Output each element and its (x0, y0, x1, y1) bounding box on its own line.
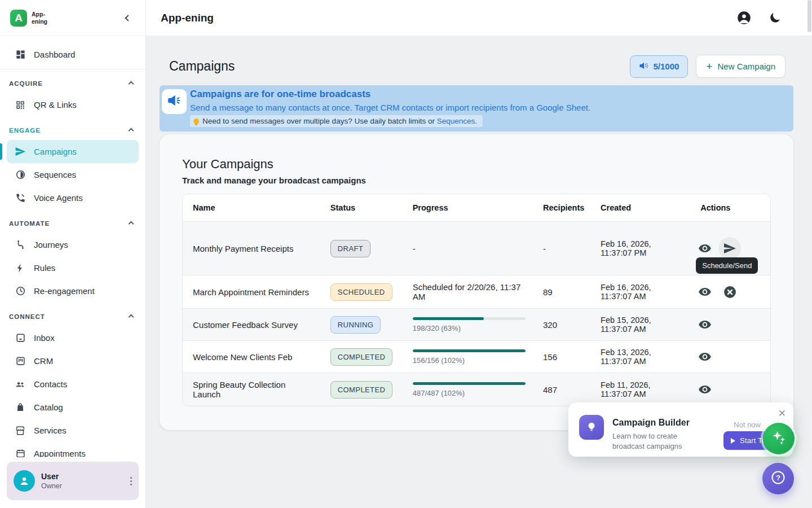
user-meta: User Owner (41, 472, 62, 490)
campaign-name: Customer Feedback Survey (183, 309, 320, 341)
sequences-link[interactable]: Sequences (437, 117, 475, 125)
sidebar-item-inbox[interactable]: Inbox (7, 326, 139, 349)
send-icon (15, 146, 26, 157)
sidebar-item-dashboard[interactable]: Dashboard (7, 43, 139, 66)
sidebar-item-sequences[interactable]: Sequences (7, 163, 139, 186)
column-header-progress: Progress (403, 194, 533, 222)
account-icon[interactable] (736, 10, 752, 25)
route-icon (15, 239, 26, 251)
campaign-recipients: - (533, 222, 590, 275)
sidebar-item-qr-links[interactable]: QR & Links (7, 93, 139, 116)
dark-mode-moon-icon[interactable] (769, 11, 782, 24)
play-icon (731, 438, 735, 444)
page-header-actions: 5/1000 + New Campaign (630, 55, 785, 78)
page-title: Campaigns (169, 59, 235, 74)
sidebar-item-campaigns[interactable]: Campaigns (7, 140, 139, 163)
scrollbar-thumb[interactable] (807, 0, 811, 32)
card-subtitle: Track and manage your broadcast campaign… (182, 176, 771, 185)
view-button[interactable] (697, 240, 713, 256)
close-icon[interactable]: ✕ (778, 408, 786, 419)
campaign-created: Feb 16, 2026, 11:37:07 PM (590, 222, 690, 275)
phone-icon (15, 192, 26, 204)
brand-name-bottom: ening (32, 18, 47, 25)
sidebar-section-engage[interactable]: ENGAGE (7, 121, 139, 140)
cancel-button[interactable] (722, 284, 738, 300)
user-avatar (14, 470, 35, 492)
sidebar-item-contacts[interactable]: Contacts (7, 373, 139, 396)
user-menu-button[interactable] (130, 475, 132, 487)
view-button[interactable] (697, 349, 713, 365)
column-header-name: Name (183, 194, 320, 222)
progress-bar (413, 317, 526, 320)
campaign-recipients: 156 (533, 341, 590, 373)
banner-tip: Need to send messages over multiple days… (190, 115, 483, 127)
sidebar-item-label: Journeys (34, 240, 68, 249)
progress-text: 487/487 (102%) (413, 389, 523, 397)
scrollbar[interactable] (807, 0, 812, 508)
sidebar-item-label: Catalog (34, 402, 63, 412)
sidebar-item-label: Campaigns (34, 147, 77, 156)
campaign-recipients: 89 (533, 275, 590, 309)
not-now-button[interactable]: Not now (734, 421, 761, 429)
brand-logo-letter: A (15, 12, 23, 24)
campaign-builder-popup: Campaign Builder Learn how to create bro… (568, 402, 793, 457)
campaign-recipients: 487 (533, 373, 590, 406)
chevron-up-icon (129, 314, 134, 319)
progress-bar-fill (413, 349, 526, 352)
megaphone-icon (167, 93, 182, 110)
view-button[interactable] (697, 284, 713, 300)
inbox-icon (15, 332, 26, 344)
progress-bar (413, 382, 526, 385)
progress-bar (413, 349, 526, 352)
shopping-bag-icon (15, 402, 26, 413)
card-title: Your Campaigns (182, 157, 771, 172)
campaign-progress: - (403, 222, 533, 275)
campaign-name: March Appointment Reminders (183, 275, 320, 309)
new-campaign-button[interactable]: + New Campaign (696, 55, 785, 78)
sidebar-item-journeys[interactable]: Journeys (7, 233, 139, 256)
half-circle-icon (15, 169, 26, 181)
sidebar-section-automate[interactable]: AUTOMATE (7, 214, 139, 233)
chevron-up-icon (129, 221, 134, 226)
sidebar: A App- ening Dashboard ACQUIRE (0, 0, 146, 508)
sidebar-section-connect[interactable]: CONNECT (7, 307, 139, 326)
campaign-quota-badge[interactable]: 5/1000 (630, 55, 688, 78)
sidebar-item-rules[interactable]: Rules (7, 256, 139, 279)
sidebar-item-label: Dashboard (34, 50, 75, 59)
schedule-send-button[interactable] (718, 237, 741, 260)
column-header-created: Created (590, 194, 690, 222)
sparkles-icon (770, 429, 787, 448)
progress-bar-fill (413, 382, 526, 385)
sidebar-item-label: Inbox (34, 333, 55, 343)
kanban-board-icon (15, 356, 26, 367)
sidebar-item-re-engagement[interactable]: Re-engagement (7, 279, 139, 303)
sidebar-item-appointments[interactable]: Appointments (7, 442, 139, 457)
help-fab[interactable]: ? (762, 463, 794, 494)
app-title: App-ening (161, 12, 214, 24)
status-badge: DRAFT (330, 240, 370, 257)
assistant-fab[interactable] (763, 423, 795, 454)
sidebar-item-services[interactable]: Services (7, 419, 139, 442)
info-banner: Campaigns are for one-time broadcasts Se… (160, 85, 793, 132)
qr-code-icon (15, 99, 26, 111)
status-badge: SCHEDULED (330, 283, 392, 301)
sidebar-item-voice-agents[interactable]: Voice Agents (7, 186, 139, 209)
sidebar-collapse-button[interactable] (121, 11, 135, 25)
user-role: Owner (41, 482, 62, 490)
sidebar-nav: Dashboard ACQUIRE QR & Links ENGAGE (0, 36, 145, 457)
chevron-left-icon (125, 15, 131, 21)
chevron-up-icon (129, 128, 134, 133)
section-label: CONNECT (9, 313, 45, 320)
megaphone-icon (639, 61, 648, 72)
section-label: AUTOMATE (9, 220, 50, 227)
table-row: Spring Beauty Collection Launch COMPLETE… (183, 373, 770, 406)
view-button[interactable] (697, 317, 713, 332)
campaigns-card: Your Campaigns Track and manage your bro… (160, 134, 793, 430)
sidebar-section-acquire[interactable]: ACQUIRE (7, 74, 139, 93)
view-button[interactable] (697, 382, 713, 397)
sidebar-item-crm[interactable]: CRM (7, 349, 139, 373)
chevron-up-icon (129, 81, 134, 86)
user-card[interactable]: User Owner (7, 462, 139, 500)
sidebar-item-catalog[interactable]: Catalog (7, 396, 139, 419)
section-label: ENGAGE (9, 127, 41, 134)
